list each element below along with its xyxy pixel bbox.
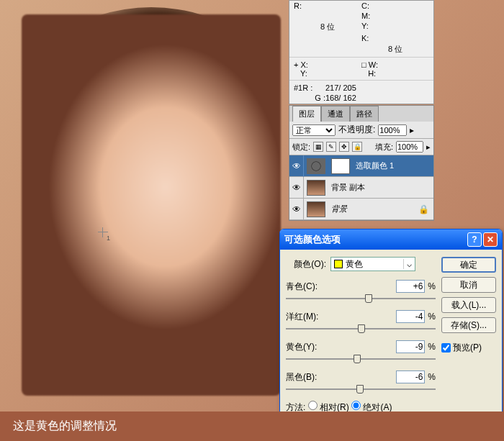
- photo-portrait: [22, 14, 281, 396]
- color-swatch-yellow: [334, 260, 343, 268]
- layer-name: 背景: [328, 204, 418, 214]
- info-c-label: C:: [361, 1, 373, 10]
- radio-relative[interactable]: [308, 401, 318, 410]
- layer-thumb[interactable]: [307, 201, 325, 217]
- dialog-titlebar[interactable]: 可选颜色选项 ? ✕: [280, 229, 502, 250]
- slider-label: 洋红(M):: [286, 311, 396, 323]
- fill-label: 填充:: [375, 142, 393, 153]
- help-button[interactable]: ?: [467, 232, 482, 247]
- caption-bar: 这是黄色的调整情况: [0, 412, 504, 441]
- sample-r-value: 217/ 205: [325, 83, 356, 92]
- colors-label: 颜色(O):: [286, 258, 326, 270]
- dialog-title: 可选颜色选项: [284, 233, 341, 246]
- info-h: H:: [368, 69, 376, 78]
- selective-color-dialog: 可选颜色选项 ? ✕ 颜色(O): 黄色 ⌵ 青色(C):%洋红(M):%黄色(…: [279, 229, 503, 422]
- layer-name: 选取颜色 1: [353, 160, 433, 171]
- slider-label: 青色(C):: [286, 281, 396, 293]
- info-bit2: 8 位: [388, 45, 402, 53]
- slider-value-input[interactable]: [396, 280, 425, 293]
- slider-thumb[interactable]: [356, 385, 364, 394]
- chevron-down-icon: ⌵: [403, 259, 415, 269]
- layer-thumb[interactable]: [307, 180, 325, 196]
- caption-text: 这是黄色的调整情况: [13, 419, 117, 434]
- percent-label: %: [428, 281, 436, 291]
- tab-paths[interactable]: 路径: [350, 106, 379, 122]
- color-name: 黄色: [346, 258, 363, 270]
- sample-g-label: G :: [315, 94, 325, 102]
- preview-checkbox-label[interactable]: 预览(P): [441, 342, 496, 354]
- close-button[interactable]: ✕: [483, 232, 498, 247]
- slider-value-input[interactable]: [396, 340, 425, 353]
- opacity-label: 不透明度:: [338, 124, 375, 136]
- percent-label: %: [428, 312, 436, 322]
- slider-thumb[interactable]: [365, 294, 372, 303]
- layer-thumb-mask[interactable]: [331, 158, 350, 174]
- slider-value-input[interactable]: [396, 310, 425, 323]
- opacity-input[interactable]: [378, 124, 407, 136]
- fill-arrow-icon[interactable]: ▸: [426, 142, 431, 152]
- opacity-arrow-icon[interactable]: ▸: [410, 125, 414, 135]
- slider-value-input[interactable]: [396, 370, 425, 383]
- sample-g-value: 168/ 162: [325, 94, 356, 102]
- info-k-label: K:: [361, 34, 373, 42]
- percent-label: %: [428, 372, 436, 382]
- slider-label: 黄色(Y):: [286, 341, 396, 353]
- lock-label: 锁定:: [292, 142, 310, 153]
- save-button[interactable]: 存储(S)...: [441, 317, 496, 333]
- panel-tabs: 图层 通道 路径: [289, 106, 433, 122]
- visibility-toggle[interactable]: 👁: [289, 155, 304, 177]
- lock-icon: 🔒: [418, 204, 429, 214]
- visibility-toggle[interactable]: 👁: [289, 199, 304, 220]
- radio-absolute[interactable]: [351, 401, 361, 410]
- info-x: X:: [300, 60, 307, 69]
- slider-thumb[interactable]: [358, 324, 365, 333]
- ok-button[interactable]: 确定: [441, 257, 496, 273]
- layer-thumb-adjustment[interactable]: [307, 158, 325, 174]
- load-button[interactable]: 载入(L)...: [441, 297, 496, 313]
- method-relative[interactable]: 相对(R): [308, 402, 349, 412]
- layer-name: 背景 副本: [328, 182, 433, 193]
- info-w: W:: [369, 60, 378, 69]
- lock-all-icon[interactable]: 🔒: [352, 142, 362, 152]
- method-label: 方法:: [286, 402, 305, 412]
- lock-transparent-icon[interactable]: ▦: [313, 142, 323, 152]
- lock-move-icon[interactable]: ✥: [339, 142, 349, 152]
- preview-checkbox[interactable]: [441, 343, 451, 353]
- layer-row[interactable]: 👁 背景 副本: [289, 177, 433, 199]
- slider-track[interactable]: [286, 324, 436, 333]
- slider-label: 黑色(B):: [286, 371, 396, 383]
- slider-track[interactable]: [286, 294, 436, 303]
- layers-panel: 图层 通道 路径 正常 不透明度: ▸ 锁定: ▦ ✎ ✥ 🔒 填充: ▸ 👁 …: [289, 105, 434, 221]
- info-r-label: R:: [294, 1, 305, 10]
- sample-r-label: #1R :: [294, 83, 312, 92]
- info-m-label: M:: [361, 12, 373, 20]
- slider-thumb[interactable]: [354, 355, 361, 363]
- layer-row[interactable]: 👁 选取颜色 1: [289, 155, 433, 177]
- fill-input[interactable]: [396, 141, 423, 153]
- tab-layers[interactable]: 图层: [292, 106, 321, 122]
- colors-dropdown[interactable]: 黄色 ⌵: [330, 257, 415, 271]
- cancel-button[interactable]: 取消: [441, 277, 496, 293]
- info-bit1: 8 位: [320, 22, 335, 31]
- layer-row[interactable]: 👁 背景 🔒: [289, 199, 433, 220]
- tab-channels[interactable]: 通道: [321, 106, 350, 122]
- lock-paint-icon[interactable]: ✎: [326, 142, 336, 152]
- percent-label: %: [428, 342, 436, 352]
- visibility-toggle[interactable]: 👁: [289, 177, 304, 199]
- info-y-label: Y:: [361, 22, 373, 30]
- slider-track[interactable]: [286, 385, 436, 394]
- info-panel: R: C: M: 8 位 Y: K: 8 位 + X: Y: □ W: H: #…: [289, 0, 434, 104]
- info-y: Y:: [300, 69, 307, 78]
- slider-track[interactable]: [286, 355, 436, 363]
- blend-mode-select[interactable]: 正常: [292, 124, 336, 136]
- method-absolute[interactable]: 绝对(A): [351, 402, 392, 412]
